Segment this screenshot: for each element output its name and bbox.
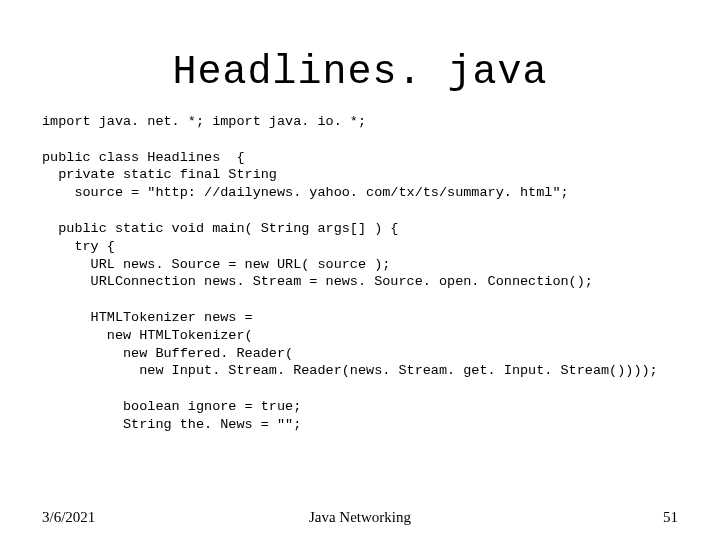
footer-page-number: 51 (663, 509, 678, 526)
footer-title: Java Networking (309, 509, 411, 526)
slide-footer: 3/6/2021 Java Networking 51 (0, 509, 720, 526)
slide-title: Headlines. java (42, 50, 678, 95)
code-block: import java. net. *; import java. io. *;… (42, 113, 678, 434)
slide: Headlines. java import java. net. *; imp… (0, 0, 720, 540)
footer-date: 3/6/2021 (42, 509, 95, 526)
